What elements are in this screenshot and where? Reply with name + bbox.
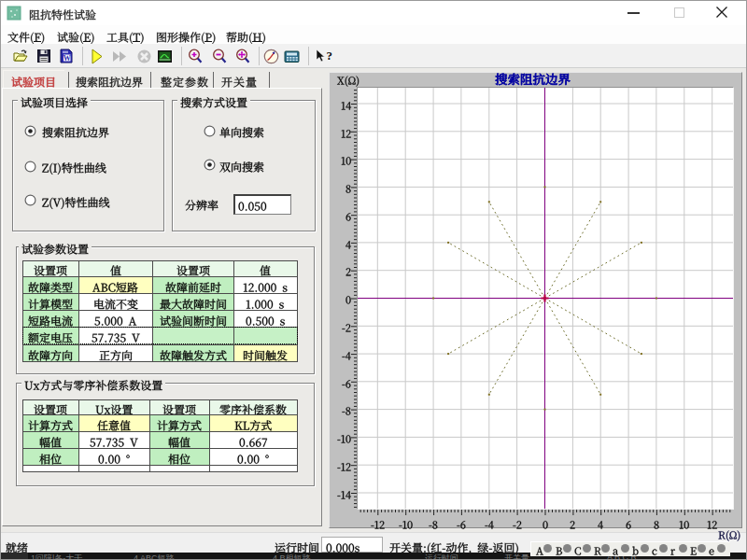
svg-text:W: W bbox=[63, 54, 71, 63]
svg-text:?: ? bbox=[327, 49, 333, 63]
